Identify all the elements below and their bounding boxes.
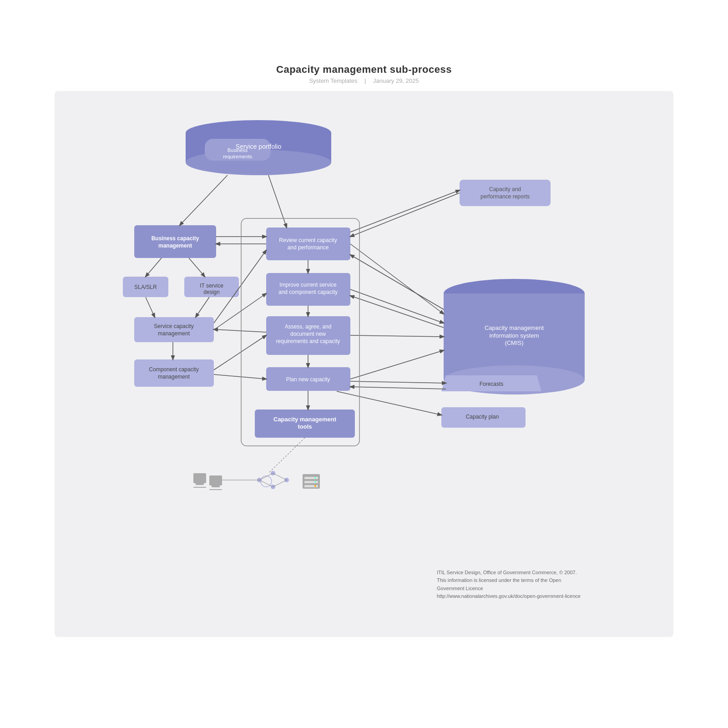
svg-line-60 <box>350 350 444 379</box>
header: Capacity management sub-process System T… <box>276 64 452 84</box>
svg-line-67 <box>350 387 446 389</box>
improve-label2: and component capacity <box>278 289 338 295</box>
svg-line-71 <box>350 190 460 232</box>
svg-line-59 <box>350 335 444 337</box>
svg-point-42 <box>314 485 316 487</box>
diagram-svg: Service portfolio Business requirements … <box>55 91 673 637</box>
svg-line-43 <box>180 175 228 225</box>
it-service-label: IT service <box>200 283 223 289</box>
cmis-label3: (CMIS) <box>505 339 523 346</box>
svg-line-56 <box>214 374 266 379</box>
page: Capacity management sub-process System T… <box>0 0 728 728</box>
svg-line-35 <box>273 480 287 487</box>
svg-line-61 <box>350 255 444 309</box>
svg-line-72 <box>268 438 305 473</box>
svg-rect-8 <box>266 228 350 260</box>
page-subtitle: System Templates | January 29, 2025 <box>276 77 452 84</box>
business-req-label2: requirements <box>223 154 253 159</box>
svg-rect-22 <box>193 487 206 488</box>
svg-rect-4 <box>460 180 551 206</box>
svg-line-33 <box>273 473 287 480</box>
review-cap-label2: and performance <box>288 244 329 251</box>
service-cap-label: Service capacity <box>154 323 193 329</box>
assess-label2: document new <box>290 331 326 337</box>
svg-rect-21 <box>196 483 204 485</box>
improve-label: Improve current service <box>279 282 337 288</box>
svg-rect-9 <box>134 225 216 258</box>
svg-line-47 <box>146 258 162 277</box>
assess-label: Assess, agree, and <box>285 324 332 330</box>
svg-rect-20 <box>193 473 206 483</box>
plan-new-label: Plan new capacity <box>286 376 330 383</box>
subtitle-date: January 29, 2025 <box>373 77 419 84</box>
svg-line-49 <box>146 297 155 317</box>
svg-rect-14 <box>134 317 214 342</box>
it-service-label2: design <box>203 289 219 295</box>
review-cap-label: Review current capacity <box>279 237 337 243</box>
svg-line-62 <box>350 296 444 328</box>
business-req-label: Business <box>228 147 248 153</box>
svg-point-41 <box>314 481 316 483</box>
cap-tools-label: Capacity management <box>273 416 337 423</box>
svg-rect-24 <box>212 485 220 487</box>
svg-line-70 <box>214 329 266 332</box>
biz-cap-mgmt-label: Business capacity <box>152 235 199 242</box>
sla-label: SLA/SLR <box>134 284 157 290</box>
page-title: Capacity management sub-process <box>276 64 452 76</box>
svg-line-48 <box>189 258 205 277</box>
forecasts-label: Forecasts <box>480 381 504 387</box>
svg-line-50 <box>196 297 209 317</box>
cmis-label2: information system <box>489 332 539 339</box>
cap-tools-label2: tools <box>298 423 312 430</box>
biz-cap-mgmt-label2: management <box>158 243 192 249</box>
cap-perf-reports-label2: performance reports <box>480 193 530 200</box>
assess-label3: requirements and capacity <box>276 338 340 344</box>
footer-text: ITIL Service Design, Office of Governmen… <box>437 569 582 601</box>
svg-rect-25 <box>209 489 222 490</box>
component-cap-label: Component capacity <box>149 366 198 373</box>
subtitle-separator: | <box>364 77 366 84</box>
service-cap-label2: management <box>158 330 190 337</box>
cap-plan-label: Capacity plan <box>466 414 499 420</box>
svg-rect-15 <box>134 359 214 387</box>
svg-rect-23 <box>209 475 222 485</box>
diagram-area: Service portfolio Business requirements … <box>55 91 673 637</box>
cap-perf-reports-label: Capacity and <box>489 186 521 192</box>
svg-line-65 <box>214 335 266 370</box>
cmis-label: Capacity management <box>485 324 544 331</box>
svg-point-40 <box>314 477 316 479</box>
component-cap-label2: management <box>158 374 190 380</box>
svg-line-44 <box>268 175 287 228</box>
subtitle-left: System Templates <box>309 77 357 84</box>
svg-line-57 <box>350 244 444 314</box>
svg-line-58 <box>350 289 444 323</box>
svg-line-45 <box>350 193 460 237</box>
svg-line-66 <box>350 381 446 383</box>
